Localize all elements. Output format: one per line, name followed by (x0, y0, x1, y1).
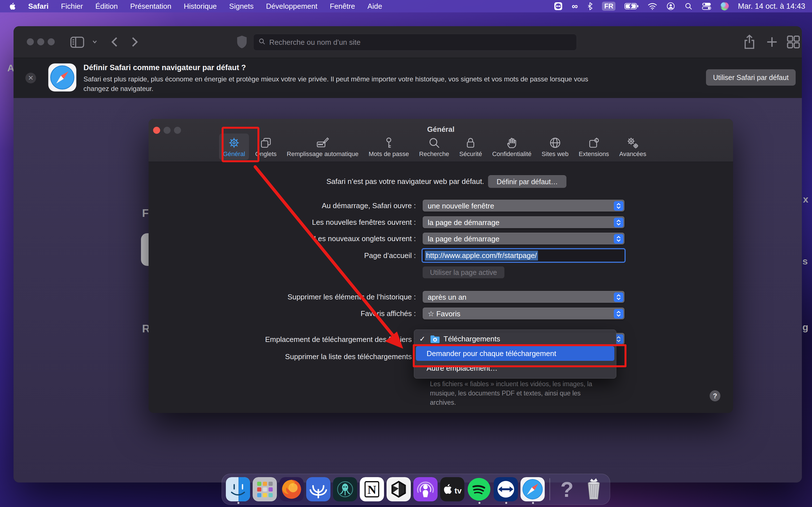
dock-safari-icon[interactable] (520, 477, 545, 501)
stepper-icon (614, 309, 623, 319)
tab-sites-web[interactable]: Sites web (538, 133, 572, 160)
dock-missing-app-icon[interactable]: ? (555, 477, 579, 501)
favorites-select[interactable]: ☆ Favoris (423, 307, 624, 320)
menu-bar-clock[interactable]: Mar. 14 oct. à 14:43 (738, 2, 805, 11)
menu-fichier[interactable]: Fichier (61, 2, 83, 11)
globe-icon (549, 136, 562, 149)
banner-body: Safari est plus rapide, plus économe en … (84, 74, 588, 94)
chevron-down-icon[interactable] (90, 38, 99, 48)
lock-icon (464, 136, 477, 149)
teamviewer-status-icon[interactable] (554, 0, 563, 12)
dock-separator (550, 478, 550, 500)
download-location-label: Emplacement de téléchargement des fichie… (149, 334, 416, 345)
new-tabs-select[interactable]: la page de démarrage (423, 233, 624, 244)
new-tab-icon[interactable] (763, 34, 780, 52)
desktop-fragment: s (802, 256, 808, 267)
siri-icon[interactable] (720, 2, 729, 10)
dock-unity-icon[interactable] (387, 477, 411, 501)
privacy-shield-icon[interactable] (234, 34, 250, 52)
new-windows-label: Les nouvelles fenêtres ouvrent : (149, 216, 416, 228)
user-account-icon[interactable] (666, 0, 675, 12)
dock-finder-icon[interactable] (226, 477, 250, 501)
menu-historique[interactable]: Historique (184, 2, 217, 11)
menu-presentation[interactable]: Présentation (130, 2, 171, 11)
safari-preferences-window: Général Général Onglets Remplissage auto… (149, 119, 733, 413)
menu-edition[interactable]: Édition (95, 2, 118, 11)
input-source-badge[interactable]: FR (602, 2, 615, 11)
wifi-icon[interactable] (648, 0, 657, 12)
back-icon[interactable] (107, 34, 123, 52)
dock-teamviewer-icon[interactable] (494, 477, 518, 501)
stepper-icon (614, 234, 623, 244)
zoom-button[interactable] (48, 38, 55, 45)
dock-trash-icon[interactable] (581, 477, 606, 501)
tab-securite[interactable]: Sécurité (455, 133, 486, 160)
tab-confidentialite[interactable]: Confidentialité (488, 133, 536, 160)
annotation-box-menu-item (413, 344, 626, 367)
tab-remplissage-automatique[interactable]: Remplissage automatique (283, 133, 362, 160)
dock-squid-app-icon[interactable] (333, 477, 357, 501)
autofill-icon (316, 136, 329, 149)
battery-icon[interactable] (624, 0, 639, 12)
address-search-field[interactable]: Recherche ou nom d’un site (253, 34, 577, 51)
startpage-heading-fragment: F (142, 207, 149, 219)
startup-label: Au démarrage, Safari ouvre : (149, 200, 416, 212)
close-button[interactable] (27, 38, 34, 45)
tab-recherche[interactable]: Recherche (415, 133, 453, 160)
remove-downloads-label: Supprimer la liste des téléchargements : (149, 351, 416, 362)
history-label: Supprimer les éléments de l’historique : (149, 291, 416, 303)
tabs-icon (259, 136, 272, 149)
menu-aide[interactable]: Aide (367, 2, 382, 11)
new-windows-select[interactable]: la page de démarrage (423, 216, 624, 228)
homepage-field[interactable]: http://www.apple.com/fr/startpage/ (421, 248, 626, 263)
menu-developpement[interactable]: Développement (266, 2, 317, 11)
bluetooth-icon[interactable] (587, 0, 593, 12)
menu-bar: Safari Fichier Édition Présentation Hist… (0, 0, 812, 12)
history-select[interactable]: après un an (423, 291, 624, 303)
use-current-page-button[interactable]: Utiliser la page active (423, 267, 504, 278)
spotlight-search-icon[interactable] (684, 0, 693, 12)
help-button[interactable]: ? (710, 390, 720, 401)
startup-select[interactable]: une nouvelle fenêtre (423, 200, 624, 212)
use-safari-default-button[interactable]: Utiliser Safari par défaut (706, 69, 796, 86)
set-default-button[interactable]: Définir par défaut… (488, 175, 566, 188)
minimize-button[interactable] (37, 38, 44, 45)
tab-mots-de-passe[interactable]: Mots de passe (364, 133, 413, 160)
tab-extensions[interactable]: Extensions (575, 133, 613, 160)
dock-firefox-icon[interactable] (280, 477, 304, 501)
tab-overview-icon[interactable] (785, 34, 802, 52)
apple-menu-icon[interactable] (8, 0, 16, 12)
control-center-icon[interactable] (702, 0, 711, 12)
desktop-fragment: x (803, 194, 808, 205)
trusted-files-note: Les fichiers « fiables » incluent les vi… (430, 379, 592, 407)
default-browser-row: Safari n’est pas votre navigateur web pa… (149, 175, 733, 187)
gears-icon (626, 136, 639, 149)
stepper-icon (614, 292, 623, 302)
forward-icon[interactable] (126, 34, 143, 52)
dock: N tv ? (221, 474, 610, 505)
menu-signets[interactable]: Signets (229, 2, 254, 11)
dock-notion-icon[interactable]: N (360, 477, 384, 501)
default-browser-banner: ✕ Définir Safari comme navigateur par dé… (13, 58, 802, 98)
menu-safari[interactable]: Safari (28, 2, 49, 11)
tab-avancees[interactable]: Avancées (615, 133, 650, 160)
creative-cloud-status-icon[interactable]: ∞ (572, 0, 578, 12)
notion-n: N (367, 483, 376, 496)
safari-toolbar: Recherche ou nom d’un site (13, 26, 802, 58)
default-browser-text: Safari n’est pas votre navigateur web pa… (149, 175, 484, 187)
dock-launchpad-icon[interactable] (253, 477, 277, 501)
banner-close-button[interactable]: ✕ (26, 73, 36, 83)
appletv-tv: tv (455, 486, 462, 495)
dock-coral-app-icon[interactable] (306, 477, 331, 501)
extensions-icon (587, 136, 600, 149)
sidebar-icon[interactable] (69, 34, 86, 52)
menu-fenetre[interactable]: Fenêtre (330, 2, 355, 11)
share-icon[interactable] (741, 34, 758, 52)
dock-podcasts-icon[interactable] (413, 477, 438, 501)
annotation-box-general-tab (221, 127, 259, 162)
dock-apple-tv-icon[interactable]: tv (440, 477, 464, 501)
dock-spotify-icon[interactable] (467, 477, 491, 501)
homepage-label: Page d’accueil : (149, 249, 416, 262)
search-icon (428, 136, 441, 149)
hand-icon (505, 136, 518, 149)
